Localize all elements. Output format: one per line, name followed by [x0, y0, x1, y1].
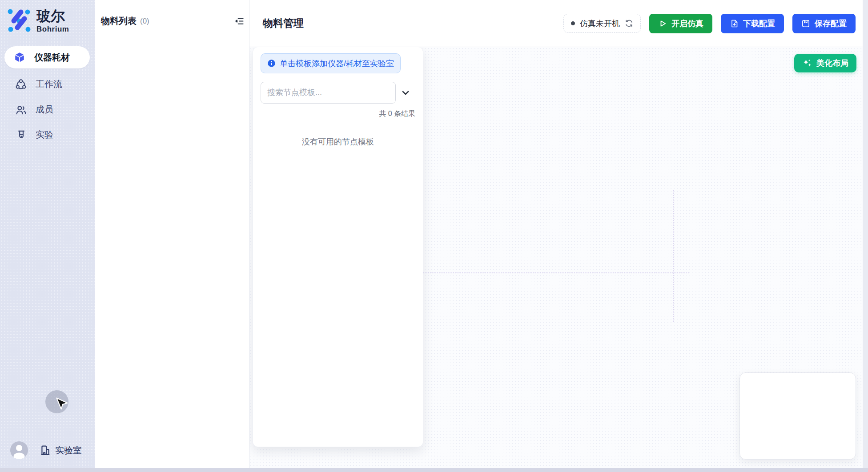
- file-download-icon: [730, 19, 739, 28]
- node-template-panel: 单击模板添加仪器/耗材至实验室 共 0 条结果 没有可用的节点模板: [253, 47, 423, 447]
- main-header: 物料管理 仿真未开机 开启仿真: [249, 0, 868, 47]
- play-icon: [658, 19, 667, 28]
- sidebar-item-label: 仪器耗材: [34, 52, 70, 64]
- cube-icon: [14, 52, 25, 63]
- sidebar-item-label: 成员: [36, 104, 53, 116]
- template-tip-text: 单击模板添加仪器/耗材至实验室: [280, 58, 394, 69]
- sidebar-item-label: 工作流: [36, 78, 62, 90]
- members-icon: [15, 104, 27, 116]
- experiment-icon: [15, 129, 27, 141]
- search-template-input[interactable]: [261, 82, 396, 104]
- template-tip: 单击模板添加仪器/耗材至实验室: [261, 53, 401, 73]
- download-config-label: 下载配置: [743, 18, 775, 29]
- material-list-title: 物料列表: [101, 15, 137, 27]
- sidebar-item-laboratory[interactable]: 实验室: [40, 444, 82, 456]
- vertical-scrollbar[interactable]: [863, 0, 868, 472]
- material-list-count: (0): [140, 17, 149, 26]
- sidebar-item-members[interactable]: 成员: [0, 97, 95, 122]
- beautify-layout-label: 美化布局: [816, 58, 848, 68]
- sidebar-item-experiment[interactable]: 实验: [0, 122, 95, 148]
- bohrium-logo-icon: [6, 7, 31, 32]
- save-icon: [801, 19, 810, 28]
- search-result-count: 共 0 条结果: [261, 109, 415, 119]
- brand-logo: 玻尔 Bohrium: [0, 0, 95, 34]
- info-icon: [267, 59, 276, 68]
- save-config-button[interactable]: 保存配置: [792, 14, 856, 33]
- save-config-label: 保存配置: [815, 18, 847, 29]
- start-simulation-button[interactable]: 开启仿真: [649, 14, 712, 33]
- workflow-icon: [15, 79, 27, 90]
- beautify-layout-button[interactable]: 美化布局: [794, 54, 856, 72]
- simulation-status-chip[interactable]: 仿真未开机: [563, 14, 641, 33]
- sidebar-nav: 仪器耗材 工作流 成员: [0, 46, 95, 148]
- lab-canvas[interactable]: 单击模板添加仪器/耗材至实验室 共 0 条结果 没有可用的节点模板 美化布局: [249, 47, 868, 472]
- mouse-cursor: [53, 396, 69, 414]
- horizontal-scrollbar[interactable]: [0, 468, 868, 472]
- alignment-guide-vertical: [673, 190, 674, 322]
- sidebar-item-instruments[interactable]: 仪器耗材: [4, 46, 90, 68]
- alignment-guide-horizontal: [423, 272, 689, 273]
- collapse-panel-icon[interactable]: [234, 16, 245, 26]
- sidebar-item-workflow[interactable]: 工作流: [0, 72, 95, 97]
- sparkles-icon: [802, 58, 812, 68]
- start-simulation-label: 开启仿真: [671, 18, 703, 29]
- brand-name-en: Bohrium: [36, 25, 69, 34]
- page-title: 物料管理: [263, 16, 304, 30]
- material-list-panel: 物料列表 (0): [95, 0, 249, 468]
- status-dot-icon: [571, 21, 575, 25]
- minimap-panel[interactable]: [739, 372, 856, 460]
- empty-template-message: 没有可用的节点模板: [261, 136, 415, 147]
- building-icon: [40, 444, 51, 456]
- chevron-down-icon[interactable]: [396, 88, 415, 98]
- sidebar-item-label: 实验: [36, 129, 53, 141]
- brand-name-cn: 玻尔: [36, 8, 69, 24]
- user-avatar[interactable]: [10, 441, 28, 459]
- download-config-button[interactable]: 下载配置: [721, 14, 784, 33]
- refresh-icon[interactable]: [625, 19, 633, 28]
- simulation-status-text: 仿真未开机: [580, 18, 620, 29]
- lab-label: 实验室: [55, 444, 82, 456]
